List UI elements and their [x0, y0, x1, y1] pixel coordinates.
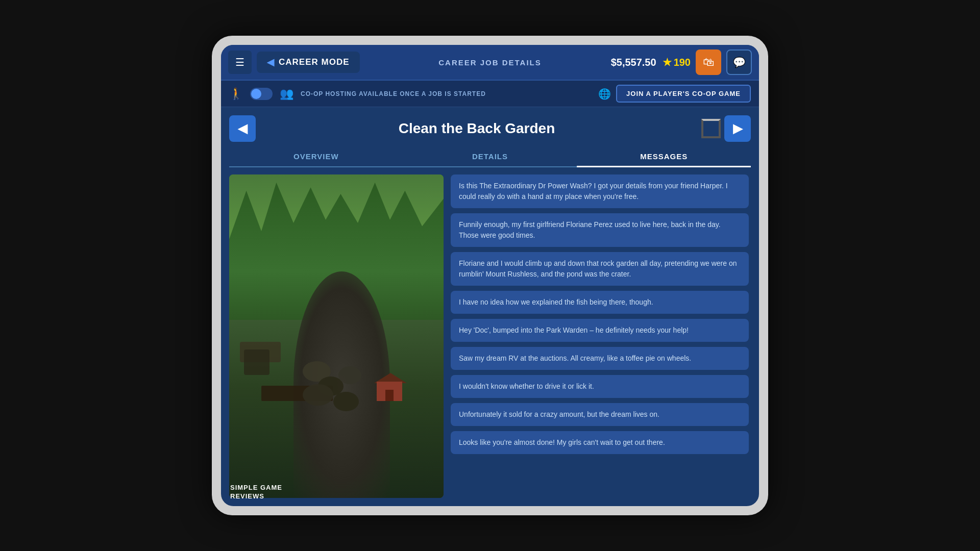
coop-icons-2: 👥: [280, 87, 293, 101]
next-job-button[interactable]: ▶: [724, 115, 751, 142]
job-title: Clean the Back Garden: [256, 120, 698, 137]
shop-button[interactable]: 🛍: [696, 49, 721, 75]
garden-image-panel: [229, 174, 444, 498]
screen: ☰ ◀ CAREER MODE CAREER JOB DETAILS $5,55…: [221, 45, 759, 506]
message-bubble: Unfortunately it sold for a crazy amount…: [451, 403, 749, 426]
star-count: 190: [674, 57, 691, 68]
message-button[interactable]: 💬: [726, 49, 752, 75]
content-area: Is this The Extraordinary Dr Power Wash?…: [229, 174, 751, 498]
money-stars: $5,557.50 ★ 190: [611, 56, 691, 68]
message-bubble: I wouldn't know whether to drive it or l…: [451, 375, 749, 398]
watermark: SIMPLE GAME REVIEWS: [230, 484, 282, 501]
page-title: CAREER JOB DETAILS: [438, 58, 542, 67]
tab-overview[interactable]: OVERVIEW: [229, 147, 403, 166]
stones: [298, 356, 400, 417]
coop-icons: 🚶: [229, 87, 243, 101]
top-bar: ☰ ◀ CAREER MODE CAREER JOB DETAILS $5,55…: [221, 45, 759, 81]
join-coop-button[interactable]: JOIN A PLAYER'S CO-OP GAME: [616, 85, 751, 103]
menu-icon: ☰: [235, 56, 244, 68]
message-bubble: Is this The Extraordinary Dr Power Wash?…: [451, 174, 749, 208]
prev-job-button[interactable]: ◀: [229, 115, 256, 142]
message-bubble: Hey 'Doc', bumped into the Park Warden –…: [451, 319, 749, 342]
globe-icon: 🌐: [598, 88, 611, 100]
coop-toggle-dot: [251, 89, 261, 99]
coop-text: CO-OP HOSTING AVAILABLE ONCE A JOB IS ST…: [301, 90, 591, 97]
shop-icon: 🛍: [703, 56, 714, 69]
message-icon: 💬: [733, 56, 746, 68]
message-bubble: Saw my dream RV at the auctions. All cre…: [451, 347, 749, 370]
career-mode-label: CAREER MODE: [279, 57, 350, 67]
garden-image: [229, 174, 444, 498]
coop-toggle[interactable]: [250, 88, 273, 100]
next-arrow-icon: ▶: [733, 121, 742, 136]
money-display: $5,557.50: [611, 57, 656, 68]
coop-right: 🌐 JOIN A PLAYER'S CO-OP GAME: [598, 85, 751, 103]
job-title-row: ◀ Clean the Back Garden ▶: [229, 107, 751, 147]
message-bubble: I have no idea how we explained the fish…: [451, 291, 749, 314]
tabs-row: OVERVIEW DETAILS MESSAGES: [229, 147, 751, 167]
back-arrow-icon: ◀: [267, 57, 275, 68]
top-right: $5,557.50 ★ 190 🛍 💬: [611, 49, 752, 75]
message-bubble: Floriane and I would climb up and down t…: [451, 252, 749, 286]
device-frame: ☰ ◀ CAREER MODE CAREER JOB DETAILS $5,55…: [212, 36, 768, 515]
main-content: ◀ Clean the Back Garden ▶ OVERVIEW DETAI…: [221, 107, 759, 506]
star-score: ★ 190: [663, 56, 691, 68]
star-icon: ★: [663, 56, 672, 68]
messages-panel[interactable]: Is this The Extraordinary Dr Power Wash?…: [451, 174, 751, 498]
player-icon: 🚶: [229, 87, 243, 101]
message-bubble: Looks like you're almost done! My girls …: [451, 431, 749, 454]
menu-button[interactable]: ☰: [228, 51, 252, 74]
career-mode-button[interactable]: ◀ CAREER MODE: [257, 52, 360, 73]
loading-spinner: [701, 119, 721, 138]
prev-arrow-icon: ◀: [238, 121, 247, 136]
message-bubble: Funnily enough, my first girlfriend Flor…: [451, 213, 749, 247]
top-left: ☰ ◀ CAREER MODE: [228, 51, 360, 74]
rock-1: [244, 349, 270, 375]
coop-bar: 🚶 👥 CO-OP HOSTING AVAILABLE ONCE A JOB I…: [221, 81, 759, 107]
watermark-line2: REVIEWS: [230, 492, 282, 501]
tab-messages[interactable]: MESSAGES: [577, 147, 751, 167]
watermark-line1: SIMPLE GAME: [230, 484, 282, 492]
tab-details[interactable]: DETAILS: [403, 147, 577, 166]
players-icon: 👥: [280, 87, 293, 101]
